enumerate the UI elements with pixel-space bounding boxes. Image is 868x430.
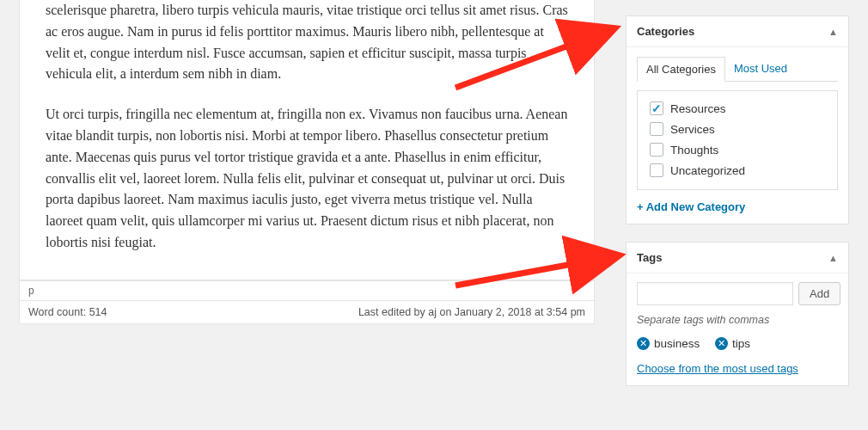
- checkbox-icon[interactable]: [650, 163, 663, 177]
- category-item-uncategorized[interactable]: Uncategorized: [645, 160, 830, 181]
- category-tabs: All Categories Most Used: [637, 56, 838, 82]
- tag-chip-tips: ✕ tips: [715, 337, 750, 350]
- tags-header[interactable]: Tags ▲: [627, 243, 848, 273]
- category-item-thoughts[interactable]: Thoughts: [645, 139, 830, 160]
- post-editor: scelerisque pharetra, libero turpis vehi…: [19, 0, 595, 324]
- checkbox-icon[interactable]: [650, 143, 663, 157]
- category-list: Resources Services Thoughts Uncategorize…: [637, 90, 838, 190]
- editor-sidebar: Categories ▲ All Categories Most Used Re…: [626, 15, 849, 403]
- editor-paragraph[interactable]: Ut orci turpis, fringilla nec elementum …: [46, 104, 568, 254]
- remove-tag-icon[interactable]: ✕: [715, 337, 728, 350]
- category-label: Uncategorized: [670, 164, 745, 177]
- tags-metabox: Tags ▲ Add Separate tags with commas ✕ b…: [626, 242, 849, 386]
- collapse-icon[interactable]: ▲: [828, 27, 838, 37]
- tab-most-used[interactable]: Most Used: [725, 57, 796, 82]
- category-label: Thoughts: [670, 144, 718, 157]
- collapse-icon[interactable]: ▲: [828, 253, 838, 263]
- tag-input[interactable]: [637, 282, 793, 305]
- tags-title: Tags: [637, 251, 662, 264]
- tag-label: tips: [732, 337, 750, 350]
- editor-content-area[interactable]: scelerisque pharetra, libero turpis vehi…: [19, 0, 595, 280]
- last-edited: Last edited by aj on January 2, 2018 at …: [358, 306, 585, 318]
- category-item-services[interactable]: Services: [645, 119, 830, 139]
- word-count: Word count: 514: [28, 306, 107, 318]
- category-item-resources[interactable]: Resources: [645, 98, 830, 119]
- editor-status-bar: Word count: 514 Last edited by aj on Jan…: [19, 301, 595, 324]
- add-new-category-link[interactable]: + Add New Category: [637, 200, 745, 213]
- editor-path-bar[interactable]: p: [19, 280, 595, 301]
- add-tag-button[interactable]: Add: [798, 282, 840, 305]
- checkbox-icon[interactable]: [650, 122, 663, 136]
- tag-input-row: Add: [637, 282, 838, 305]
- choose-most-used-tags-link[interactable]: Choose from the most used tags: [637, 362, 798, 375]
- category-label: Services: [670, 123, 715, 136]
- tag-chip-business: ✕ business: [637, 337, 700, 350]
- categories-metabox: Categories ▲ All Categories Most Used Re…: [626, 15, 849, 224]
- tags-body: Add Separate tags with commas ✕ business…: [627, 273, 848, 385]
- editor-paragraph[interactable]: scelerisque pharetra, libero turpis vehi…: [46, 0, 568, 85]
- tag-chips: ✕ business ✕ tips: [637, 336, 838, 350]
- tab-all-categories[interactable]: All Categories: [637, 57, 725, 82]
- categories-body: All Categories Most Used Resources Servi…: [627, 47, 848, 224]
- categories-header[interactable]: Categories ▲: [627, 16, 848, 47]
- tag-hint: Separate tags with commas: [637, 314, 838, 326]
- categories-title: Categories: [637, 25, 694, 38]
- remove-tag-icon[interactable]: ✕: [637, 337, 650, 350]
- checkbox-icon[interactable]: [650, 101, 663, 115]
- tag-label: business: [654, 337, 700, 350]
- category-label: Resources: [670, 102, 726, 115]
